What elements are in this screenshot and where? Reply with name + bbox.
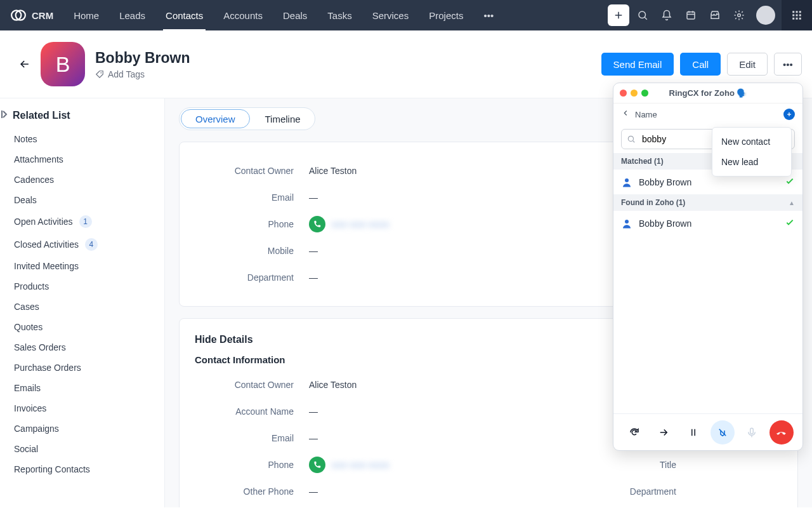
edit-button[interactable]: Edit [727, 53, 768, 76]
sidebar-item[interactable]: Quotes [13, 317, 158, 337]
sidebar-item[interactable]: Deals [13, 190, 158, 210]
label-title: Title [488, 460, 691, 470]
bell-icon[interactable] [656, 4, 678, 26]
window-close-icon[interactable] [620, 90, 627, 97]
add-button[interactable] [608, 4, 629, 26]
call-icon[interactable] [309, 216, 325, 232]
top-nav: CRM Home Leads Contacts Accounts Deals T… [0, 0, 812, 30]
person-icon [621, 218, 632, 229]
value-phone[interactable]: xxx-xxx-xxxx [309, 216, 390, 232]
sidebar-item-label: Campaigns [14, 424, 59, 434]
mic-button[interactable] [740, 420, 764, 444]
nav-tasks[interactable]: Tasks [317, 0, 362, 30]
sidebar-item[interactable]: Invoices [13, 398, 158, 418]
svg-point-14 [100, 72, 102, 73]
contact-name: Bobby Brown [95, 50, 190, 67]
label-phone: Phone [195, 219, 309, 229]
send-email-button[interactable]: Send Email [601, 53, 674, 76]
transfer-button[interactable] [652, 420, 676, 444]
call-icon[interactable] [309, 457, 325, 473]
gear-icon[interactable] [728, 4, 750, 26]
value-d-email: — [309, 433, 318, 443]
sidebar-item[interactable]: Open Activities1 [13, 210, 158, 233]
window-zoom-icon[interactable] [641, 90, 648, 97]
svg-point-16 [625, 178, 629, 182]
sidebar-item[interactable]: Emails [13, 378, 158, 398]
store-icon[interactable] [704, 4, 726, 26]
sidebar-item-label: Cadences [14, 175, 54, 185]
count-badge: 4 [85, 238, 98, 251]
sidebar-item[interactable]: Reporting Contacts [13, 459, 158, 479]
ringcx-back-button[interactable] [621, 109, 630, 120]
svg-rect-13 [799, 18, 801, 20]
calendar-icon[interactable] [680, 4, 702, 26]
sidebar-item-label: Invoices [14, 403, 46, 413]
sidebar-item-label: Social [14, 444, 38, 454]
sidebar-item-label: Invited Meetings [14, 261, 79, 271]
nav-contacts[interactable]: Contacts [155, 0, 213, 30]
sidebar-collapse-icon[interactable] [0, 107, 10, 122]
label-email: Email [195, 192, 309, 203]
sidebar-item[interactable]: Cases [13, 297, 158, 317]
sidebar-item[interactable]: Social [13, 439, 158, 459]
search-icon[interactable] [632, 4, 653, 26]
sidebar-item[interactable]: Products [13, 276, 158, 297]
hold-button[interactable] [681, 420, 705, 444]
sidebar-item-label: Reporting Contacts [14, 464, 90, 474]
sidebar-item[interactable]: Invited Meetings [13, 256, 158, 276]
value-email: — [309, 192, 318, 203]
label-department2: Department [488, 486, 691, 497]
sidebar-item[interactable]: Purchase Orders [13, 358, 158, 378]
collapse-icon: ▲ [789, 199, 795, 206]
ringcx-add-button[interactable] [783, 109, 795, 120]
label-mobile: Mobile [195, 246, 309, 256]
ringcx-call-controls [613, 413, 802, 450]
more-actions-button[interactable]: ••• [774, 53, 802, 76]
sidebar-item[interactable]: Notes [13, 129, 158, 149]
tab-timeline[interactable]: Timeline [251, 109, 315, 128]
sidebar-item[interactable]: Sales Orders [13, 337, 158, 358]
sidebar-item-label: Quotes [14, 322, 43, 332]
nav-deals[interactable]: Deals [273, 0, 317, 30]
nav-projects[interactable]: Projects [419, 0, 473, 30]
nav-accounts[interactable]: Accounts [213, 0, 273, 30]
tab-overview[interactable]: Overview [181, 109, 250, 128]
sidebar-item-label: Attachments [14, 154, 63, 164]
sidebar-item[interactable]: Attachments [13, 149, 158, 170]
value-mobile: — [309, 246, 318, 256]
sidebar-item[interactable]: Campaigns [13, 418, 158, 439]
ringcx-found-result[interactable]: Bobby Brown [613, 211, 802, 236]
mute-party-button[interactable] [710, 420, 735, 444]
ringcx-title-label: RingCX for Zoho 🗣️ [669, 88, 747, 98]
nav-icons [608, 0, 812, 30]
svg-point-17 [625, 220, 629, 224]
sidebar-item-label: Notes [14, 134, 37, 144]
user-avatar[interactable] [756, 6, 775, 25]
new-contact-item[interactable]: New contact [712, 131, 791, 152]
hangup-button[interactable] [769, 420, 794, 444]
label-department: Department [195, 272, 309, 283]
new-lead-item[interactable]: New lead [712, 152, 791, 172]
sidebar-item[interactable]: Closed Activities4 [13, 233, 158, 256]
call-button[interactable]: Call [680, 53, 721, 76]
apps-grid-icon[interactable] [782, 0, 812, 30]
svg-rect-18 [750, 428, 754, 434]
nav-leads[interactable]: Leads [109, 0, 155, 30]
label-d-other: Other Phone [195, 486, 309, 497]
ringcx-found-header[interactable]: Found in Zoho (1)▲ [613, 194, 802, 211]
value-d-phone[interactable]: xxx-xxx-xxxx [309, 457, 390, 473]
nav-more[interactable]: ••• [473, 0, 504, 30]
refresh-button[interactable] [622, 420, 646, 444]
sidebar-item[interactable]: Cadences [13, 170, 158, 190]
svg-rect-12 [796, 18, 798, 20]
sidebar-item-label: Emails [14, 383, 41, 393]
nav-home[interactable]: Home [63, 0, 109, 30]
value-d-account: — [309, 406, 318, 417]
back-button[interactable] [15, 55, 34, 74]
window-minimize-icon[interactable] [631, 90, 638, 97]
add-tags-button[interactable]: Add Tags [95, 69, 190, 79]
value-contact-owner: Alice Teston [309, 166, 357, 176]
brand[interactable]: CRM [0, 7, 63, 23]
nav-services[interactable]: Services [362, 0, 419, 30]
count-badge: 1 [79, 215, 92, 228]
